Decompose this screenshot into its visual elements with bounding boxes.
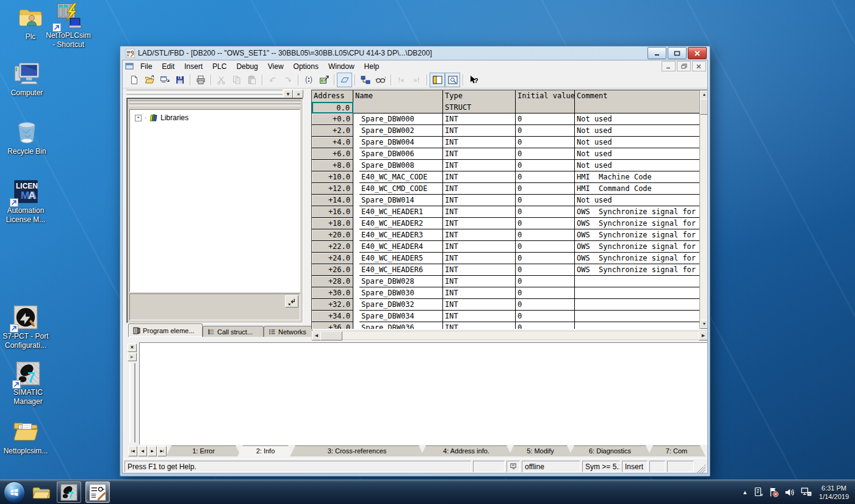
mdi-close-button[interactable] <box>692 61 706 71</box>
desktop-icon-automation-license-manager[interactable]: LICENMAAAutomation License M... <box>0 178 51 225</box>
initial-value-cell[interactable]: 0 <box>516 311 575 322</box>
type-cell[interactable]: INT <box>443 148 516 160</box>
desktop-icon-simatic-manager[interactable]: 7SIMATIC Manager <box>2 359 54 406</box>
maximize-button[interactable] <box>668 47 687 59</box>
type-cell[interactable]: INT <box>443 160 516 171</box>
output-tab-4[interactable]: 4: Address info. <box>420 445 512 456</box>
comment-cell[interactable]: OWS Synchronize signal for I <box>575 206 700 218</box>
horizontal-scroll-thumb[interactable] <box>320 331 342 340</box>
type-cell[interactable]: INT <box>443 183 516 195</box>
address-cell[interactable]: +0.0 <box>312 113 353 125</box>
menu-insert[interactable]: Insert <box>179 61 207 72</box>
name-cell[interactable]: E40_WC_HEADER3 <box>359 229 443 241</box>
menu-edit[interactable]: Edit <box>157 61 179 72</box>
declaration-view-icon[interactable] <box>430 73 445 87</box>
comment-cell[interactable] <box>575 299 700 311</box>
address-cell[interactable]: +22.0 <box>312 241 353 253</box>
scroll-right-icon[interactable]: ▶ <box>699 331 708 340</box>
initial-value-cell[interactable]: 0 <box>516 276 575 287</box>
comment-cell[interactable]: Not used <box>575 113 700 125</box>
comment-cell[interactable]: OWS Synchronize signal for I <box>575 218 700 229</box>
comment-cell[interactable] <box>575 102 700 113</box>
type-cell[interactable]: INT <box>443 195 516 206</box>
desktop-icon-nettoplcsim-folder[interactable]: Nettoplcsim... <box>0 418 51 456</box>
name-cell[interactable]: Spare_DBW002 <box>359 125 443 137</box>
desktop-icon-recycle-bin[interactable]: Recycle Bin <box>1 118 52 156</box>
address-cell[interactable]: +36.0 <box>312 322 353 329</box>
column-header-comment[interactable]: Comment <box>575 90 700 102</box>
name-cell[interactable]: E40_WC_HEADER1 <box>359 206 443 218</box>
mdi-restore-button[interactable] <box>677 61 691 71</box>
save-icon[interactable] <box>172 73 187 87</box>
initial-value-cell[interactable]: 0 <box>516 206 575 218</box>
tab-next-icon[interactable]: ▶ <box>148 446 157 456</box>
scroll-up-icon[interactable]: ▲ <box>700 90 708 99</box>
name-cell[interactable]: E40_WC_HEADER6 <box>359 264 443 276</box>
copy-icon[interactable] <box>229 73 244 87</box>
initial-value-cell[interactable]: 0 <box>516 253 575 264</box>
name-cell[interactable]: Spare_DBW034 <box>359 311 443 322</box>
initial-value-cell[interactable]: 0 <box>516 137 575 148</box>
data-view-toggle-icon[interactable] <box>337 73 352 87</box>
menu-window[interactable]: Window <box>323 61 359 72</box>
table-horizontal-scrollbar[interactable]: ◀ ▶ <box>311 331 708 340</box>
comment-cell[interactable]: Not used <box>575 195 700 206</box>
comment-cell[interactable]: Not used <box>575 125 700 137</box>
menu-options[interactable]: Options <box>289 61 323 72</box>
address-cell[interactable]: +30.0 <box>312 287 353 299</box>
comment-cell[interactable]: OWS Synchronize signal for C <box>575 264 700 276</box>
cut-icon[interactable] <box>214 73 229 87</box>
type-cell[interactable]: STRUCT <box>443 102 516 113</box>
initial-value-cell[interactable]: 0 <box>516 195 575 206</box>
scroll-left-icon[interactable]: ◀ <box>312 331 321 340</box>
tray-network-icon[interactable] <box>801 487 812 497</box>
help-cursor-icon[interactable]: ? <box>466 73 481 87</box>
open-icon[interactable] <box>142 73 157 87</box>
comment-cell[interactable] <box>575 311 700 322</box>
panel-tab-networks[interactable]: Networks <box>264 326 312 337</box>
output-tab-5[interactable]: 5: Modify <box>508 445 572 456</box>
resize-grip[interactable] <box>696 464 705 473</box>
desktop-icon-nettoplcsim-shortcut[interactable]: NetToPLCsim - Shortcut <box>43 2 94 49</box>
initial-value-cell[interactable]: 0 <box>516 125 575 137</box>
initial-value-cell[interactable]: 0 <box>516 287 575 299</box>
desktop-icon-s7-pct[interactable]: S7-PCT - Port Configurati... <box>0 303 51 350</box>
initial-value-cell[interactable]: 0 <box>516 148 575 160</box>
name-cell[interactable]: E40_WC_HEADER5 <box>359 253 443 264</box>
vertical-scroll-thumb[interactable] <box>700 99 708 115</box>
type-cell[interactable]: INT <box>443 229 516 241</box>
column-header-initial-value[interactable]: Initial value <box>516 90 575 102</box>
address-cell[interactable]: +14.0 <box>312 195 353 206</box>
initial-value-cell[interactable]: 0 <box>516 171 575 183</box>
jump-to-source-button[interactable] <box>285 295 298 308</box>
data-view-icon[interactable] <box>445 73 460 87</box>
initial-value-cell[interactable]: 0 <box>516 183 575 195</box>
taskbar-simatic-manager-button[interactable]: 7 <box>57 481 81 503</box>
scroll-down-icon[interactable]: ▼ <box>700 320 708 329</box>
address-cell[interactable]: +4.0 <box>312 137 353 148</box>
comment-cell[interactable]: OWS Synchronize signal for I <box>575 241 700 253</box>
name-cell[interactable]: Spare_DBW030 <box>359 287 443 299</box>
tray-action-center-icon[interactable] <box>768 487 779 497</box>
paste-icon[interactable] <box>244 73 259 87</box>
comment-cell[interactable]: HMI Command Code <box>575 183 700 195</box>
name-cell[interactable] <box>359 102 443 113</box>
address-cell[interactable]: +18.0 <box>312 218 353 229</box>
new-icon[interactable] <box>126 73 142 87</box>
comment-cell[interactable]: Not used <box>575 148 700 160</box>
tray-volume-icon[interactable] <box>784 488 795 497</box>
column-header-type[interactable]: Type <box>443 90 516 102</box>
type-cell[interactable]: INT <box>443 299 516 311</box>
undo-icon[interactable] <box>265 73 280 87</box>
address-cell[interactable]: +8.0 <box>312 160 353 171</box>
table-vertical-scrollbar[interactable]: ▲ ▼ <box>699 90 708 329</box>
minimize-button[interactable] <box>648 47 666 59</box>
tab-last-icon[interactable]: ▶| <box>157 446 167 456</box>
address-cell[interactable]: +6.0 <box>312 148 353 160</box>
tab-first-icon[interactable]: |◀ <box>128 446 137 456</box>
type-cell[interactable]: INT <box>443 253 516 264</box>
comment-cell[interactable] <box>575 322 700 329</box>
type-cell[interactable]: INT <box>443 218 516 229</box>
type-cell[interactable]: INT <box>443 206 516 218</box>
tree-item-libraries[interactable]: + ·· Libraries <box>130 110 300 122</box>
